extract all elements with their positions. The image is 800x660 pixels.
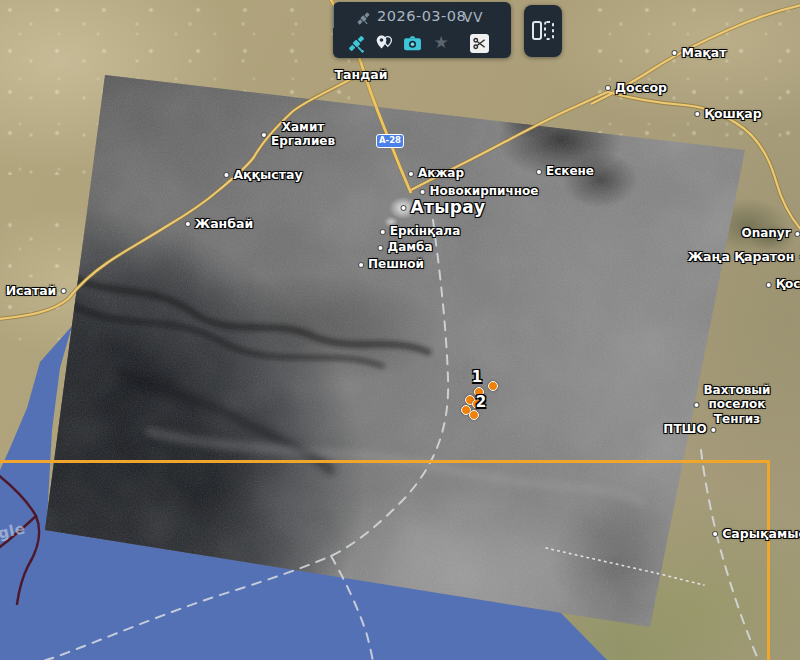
pins-icon[interactable] xyxy=(374,33,394,53)
satellite-small-icon xyxy=(353,8,373,28)
cluster-marker-1[interactable]: 1 xyxy=(472,368,482,386)
incident-markers-layer: 12 xyxy=(0,0,800,660)
marker-dot[interactable] xyxy=(488,381,498,391)
star-icon[interactable]: ★ xyxy=(431,32,451,52)
date-display[interactable]: 2026-03-08 xyxy=(377,8,466,24)
satellite-layers-icon[interactable] xyxy=(346,33,366,53)
polarization-label[interactable]: VV xyxy=(463,9,483,25)
compare-button[interactable] xyxy=(524,5,562,57)
crop-icon[interactable] xyxy=(469,33,489,53)
map-canvas[interactable]: А-28 ТандайХамитЕргалиевАққыстауЖанбайИс… xyxy=(0,0,800,660)
marker-dot[interactable] xyxy=(469,410,479,420)
compare-icon xyxy=(530,17,556,45)
camera-icon[interactable] xyxy=(402,33,422,53)
crop-icon-box xyxy=(470,34,489,53)
timeline-toolbar: 2026-03-08 VV xyxy=(333,2,511,58)
cluster-marker-2[interactable]: 2 xyxy=(476,393,486,411)
